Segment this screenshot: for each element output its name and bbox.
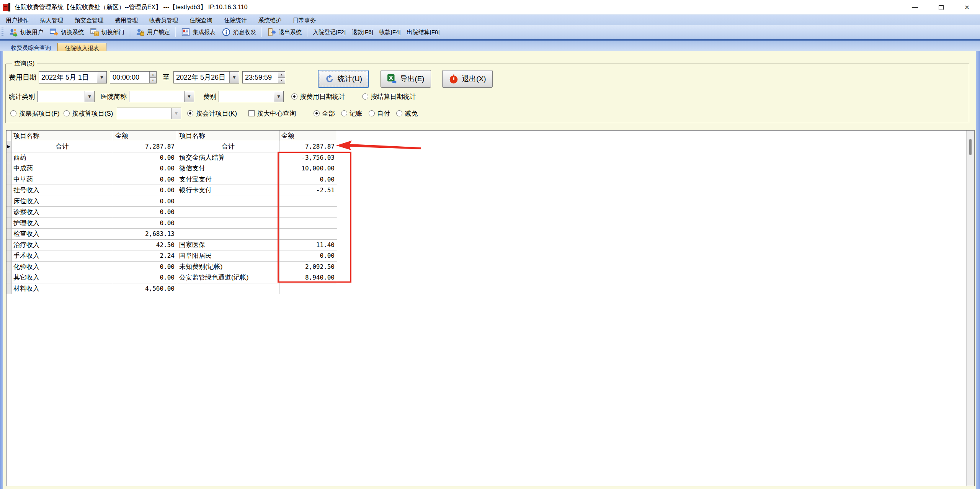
chevron-down-icon[interactable]: ▼: [274, 91, 283, 102]
menu-item[interactable]: 系统维护: [253, 15, 287, 26]
spin-up-icon[interactable]: ▲: [150, 72, 156, 78]
radio-by-fee-date[interactable]: 按费用日期统计: [291, 92, 345, 101]
spinner-buttons[interactable]: ▲▼: [278, 72, 285, 83]
row-selector[interactable]: [7, 240, 11, 251]
time-from-spinner[interactable]: 00:00:00 ▲▼: [110, 71, 157, 83]
export-button[interactable]: 导出(E): [381, 70, 431, 88]
admission-register-button[interactable]: 入院登记[F2]: [310, 26, 349, 38]
item-name-cell: [177, 283, 279, 294]
radio-self-pay[interactable]: 自付: [369, 109, 390, 118]
quit-button[interactable]: 退出(X): [442, 70, 493, 88]
menu-item[interactable]: 费用管理: [109, 15, 144, 26]
table-row[interactable]: 治疗收入42.50国家医保11.40: [7, 240, 974, 251]
restore-button[interactable]: [928, 0, 954, 15]
chevron-down-icon[interactable]: ▼: [229, 72, 239, 83]
toolbar-grip[interactable]: [2, 28, 3, 37]
radio-icon: [369, 110, 375, 116]
message-button[interactable]: 消息收发: [219, 26, 259, 38]
radio-by-accounting-item[interactable]: 按会计项目(K): [187, 109, 237, 118]
date-from-picker[interactable]: 2022年 5月 1日 ▼: [39, 71, 107, 83]
exit-system-button[interactable]: 退出系统: [264, 26, 305, 38]
table-row[interactable]: 西药0.00预交金病人结算-3,756.03: [7, 152, 974, 164]
row-selector[interactable]: [7, 218, 11, 229]
column-header-item-name-2[interactable]: 项目名称: [177, 131, 279, 141]
table-row[interactable]: 中成药0.00微信支付10,000.00: [7, 163, 974, 174]
spinner-buttons[interactable]: ▲▼: [149, 72, 156, 83]
table-row[interactable]: 护理收入0.00: [7, 218, 974, 229]
menu-item[interactable]: 住院查询: [184, 15, 218, 26]
window-left-edge: [0, 51, 3, 489]
date-to-picker[interactable]: 2022年 5月26日 ▼: [173, 71, 239, 83]
fee-type-select[interactable]: ▼: [219, 91, 284, 102]
row-selector[interactable]: [7, 152, 11, 164]
refund-button[interactable]: 退款[F6]: [349, 26, 376, 38]
row-selector[interactable]: [7, 185, 11, 196]
user-lock-button[interactable]: 用户锁定: [132, 26, 173, 38]
column-header-item-name-1[interactable]: 项目名称: [11, 131, 113, 141]
row-selector[interactable]: [7, 262, 11, 273]
table-row[interactable]: 中草药0.00支付宝支付0.00: [7, 174, 974, 185]
vertical-scrollbar[interactable]: [966, 131, 974, 486]
switch-user-button[interactable]: 切换用户: [6, 26, 46, 38]
minimize-button[interactable]: —: [902, 0, 928, 15]
table-row[interactable]: 其它收入0.00公安监管绿色通道(记帐)8,940.00: [7, 272, 974, 283]
amount-cell: 2,683.13: [113, 229, 177, 240]
toolbar-separator: [307, 27, 307, 37]
toolbar-label: 收款[F4]: [379, 29, 401, 36]
row-selector[interactable]: [7, 250, 11, 262]
chevron-down-icon[interactable]: ▼: [184, 91, 194, 102]
statistics-button[interactable]: 统计(U): [318, 70, 369, 88]
spin-down-icon[interactable]: ▼: [150, 78, 156, 83]
spin-down-icon[interactable]: ▼: [278, 78, 285, 83]
chevron-down-icon[interactable]: ▼: [97, 72, 106, 83]
radio-icon: [187, 110, 193, 116]
row-selector[interactable]: [7, 174, 11, 185]
menu-item[interactable]: 预交金管理: [69, 15, 109, 26]
integrated-report-button[interactable]: 集成报表: [178, 26, 219, 38]
menu-item[interactable]: 住院统计: [218, 15, 253, 26]
radio-by-invoice-item[interactable]: 按票据项目(F): [10, 109, 60, 118]
row-selector[interactable]: [7, 283, 11, 294]
row-selector[interactable]: [7, 163, 11, 174]
row-selector[interactable]: [7, 207, 11, 218]
table-row[interactable]: 诊察收入0.00: [7, 207, 974, 218]
table-row[interactable]: 检查收入2,683.13: [7, 229, 974, 240]
radio-by-settle-date[interactable]: 按结算日期统计: [362, 92, 416, 101]
table-row[interactable]: 材料收入4,560.00: [7, 283, 974, 294]
table-row[interactable]: 化验收入0.00未知费别(记帐)2,092.50: [7, 262, 974, 273]
receive-payment-button[interactable]: 收款[F4]: [376, 26, 404, 38]
scrollbar-thumb[interactable]: [969, 139, 972, 155]
discharge-settle-button[interactable]: 出院结算[F8]: [404, 26, 443, 38]
menu-item[interactable]: 收费员管理: [144, 15, 184, 26]
radio-by-account-item[interactable]: 按核算项目(S): [64, 109, 113, 118]
table-row[interactable]: 挂号收入0.00银行卡支付-2.51: [7, 185, 974, 196]
switch-system-button[interactable]: 切换系统: [46, 26, 87, 38]
menu-item[interactable]: 用户操作: [0, 15, 34, 26]
exit-system-icon: [267, 28, 276, 37]
toolbar-label: 退款[F6]: [352, 29, 373, 36]
time-to-spinner[interactable]: 23:59:59 ▲▼: [242, 71, 285, 83]
row-selector[interactable]: [7, 229, 11, 240]
column-header-amount-2[interactable]: 金额: [279, 131, 337, 141]
row-selector[interactable]: ▶: [7, 141, 11, 152]
table-row[interactable]: 手术收入2.24国阜阳居民0.00: [7, 250, 974, 262]
menu-item[interactable]: 病人管理: [34, 15, 69, 26]
radio-reduction[interactable]: 减免: [396, 109, 418, 118]
column-header-amount-1[interactable]: 金额: [113, 131, 177, 141]
radio-credit[interactable]: 记账: [341, 109, 363, 118]
radio-all[interactable]: 全部: [314, 109, 335, 118]
switch-department-button[interactable]: 切换部门: [87, 26, 127, 38]
hospital-select[interactable]: ▼: [129, 91, 194, 102]
stat-type-select[interactable]: ▼: [37, 91, 95, 102]
table-row[interactable]: 床位收入0.00: [7, 196, 974, 207]
tab-strip: 收费员综合查询 住院收入报表: [0, 39, 980, 51]
toolbar-label: 用户锁定: [147, 29, 170, 36]
checkbox-big-center[interactable]: 按大中心查询: [248, 109, 296, 118]
row-selector[interactable]: [7, 196, 11, 207]
chevron-down-icon[interactable]: ▼: [85, 91, 94, 102]
close-button[interactable]: ✕: [954, 0, 980, 15]
spin-up-icon[interactable]: ▲: [278, 72, 285, 78]
row-selector[interactable]: [7, 272, 11, 283]
menu-item[interactable]: 日常事务: [287, 15, 322, 26]
table-row[interactable]: ▶合计7,287.87合计7,287.87: [7, 141, 974, 152]
